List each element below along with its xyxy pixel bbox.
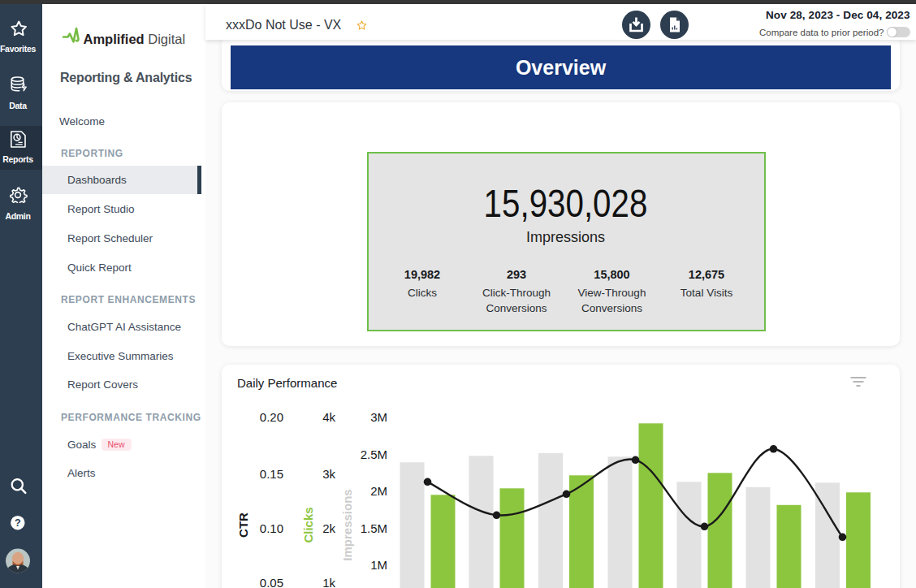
svg-text:?: ? xyxy=(15,517,21,529)
